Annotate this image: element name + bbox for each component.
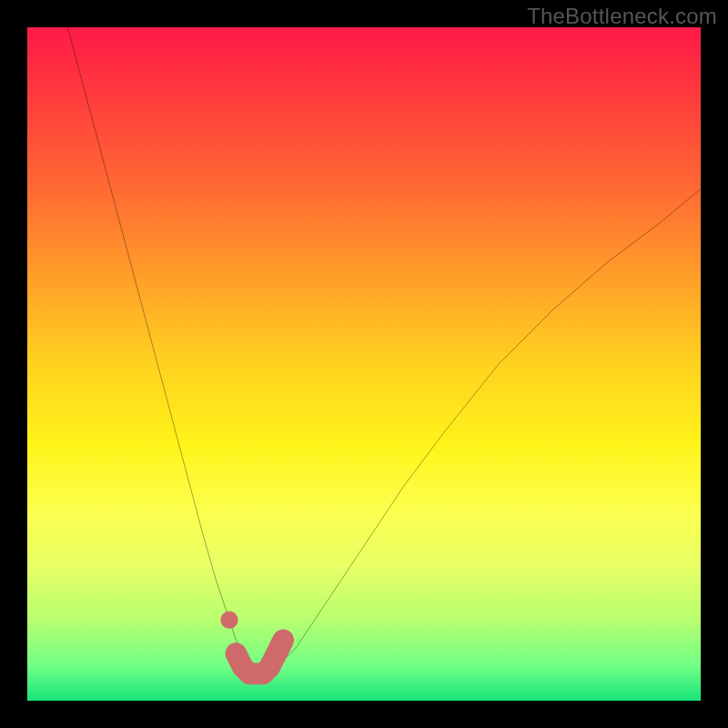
chart-frame: TheBottleneck.com: [0, 0, 728, 728]
svg-point-0: [220, 612, 238, 629]
chart-svg: [27, 27, 701, 701]
highlight-markers: [220, 612, 283, 674]
plot-area: [27, 27, 701, 701]
watermark-text: TheBottleneck.com: [527, 4, 717, 29]
curve-line: [67, 27, 701, 673]
